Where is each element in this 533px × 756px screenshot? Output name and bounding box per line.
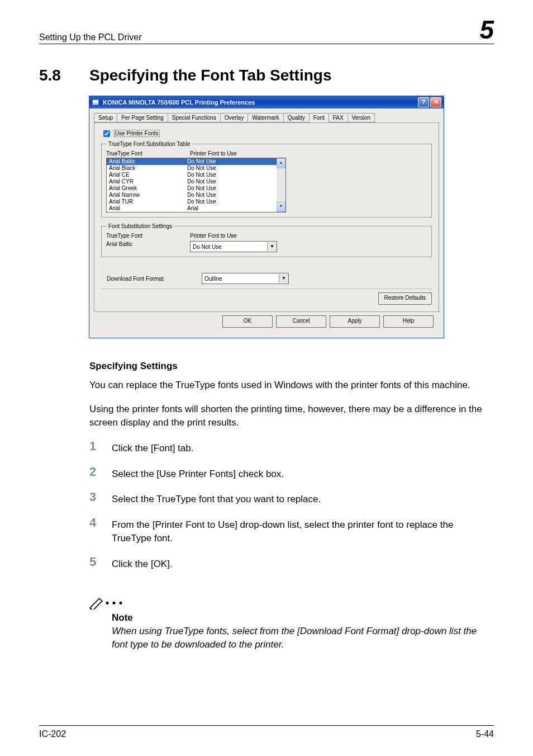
step-number: 3 [89,491,112,503]
download-font-format-value: Outline [204,276,222,282]
list-item[interactable]: Arial NarrowDo Not Use [107,192,277,199]
printer-font-to-use-value: Do Not Use [193,244,222,250]
titlebar-close-button[interactable]: ✕ [430,97,441,107]
list-item[interactable]: ArialArial [107,205,277,212]
titlebar-help-button[interactable]: ? [418,97,429,107]
list-item[interactable]: Arial CEDo Not Use [107,172,277,178]
tab-setup[interactable]: Setup [94,113,117,122]
restore-defaults-button[interactable]: Restore Defaults [378,292,432,305]
step-number: 2 [89,466,112,478]
step-number: 5 [89,556,112,568]
help-button[interactable]: Help [383,315,434,328]
col-header-printerfont: Printer Font to Use [190,150,237,157]
titlebar: KONICA MINOLTA 750/600 PCL Printing Pref… [89,96,444,108]
scroll-up-icon[interactable]: ▲ [277,158,285,168]
footer-left: IC-202 [39,729,66,739]
section-title: Specifying the Font Tab Settings [89,67,332,84]
step: 1 Click the [Font] tab. [89,440,494,456]
list-item[interactable]: Arial GreekDo Not Use [107,185,277,192]
tab-overlay[interactable]: Overlay [220,113,248,122]
section-number: 5.8 [39,67,89,84]
step-text: Select the [Use Printer Fonts] check box… [112,466,284,481]
use-printer-fonts-checkbox[interactable] [103,130,110,137]
step-text: Select the TrueType font that you want t… [112,491,321,507]
tab-font[interactable]: Font [309,113,329,122]
svg-rect-0 [93,100,99,103]
note-block: ... Note When using TrueType fonts, sele… [89,588,494,652]
tab-version[interactable]: Version [348,113,375,122]
scroll-down-icon[interactable]: ▼ [277,202,285,212]
subst-tt-label: TrueType Font [106,233,190,239]
list-item[interactable]: Arial CYRDo Not Use [107,178,277,185]
tab-per-page-setting[interactable]: Per Page Setting [117,113,168,122]
list-item[interactable]: Arial BlackDo Not Use [107,165,277,172]
app-icon [92,98,99,106]
printer-font-to-use-dropdown[interactable]: Do Not Use ▼ [190,241,277,252]
download-font-format-label: Download Font Format [107,276,202,282]
paragraph: Using the printer fonts will shorten the… [89,403,494,430]
tab-watermark[interactable]: Watermark [248,113,284,122]
note-text: When using TrueType fonts, select from t… [112,625,494,652]
ellipsis-icon: ... [105,588,125,608]
step-text: From the [Printer Font to Use] drop-down… [112,517,494,546]
steps-list: 1 Click the [Font] tab. 2 Select the [Us… [89,440,494,571]
tab-quality[interactable]: Quality [283,113,310,122]
svg-rect-1 [93,103,99,105]
ok-button[interactable]: OK [222,315,273,328]
subst-legend: Font Substitution Settings [106,223,174,229]
cancel-button[interactable]: Cancel [276,315,326,328]
step: 4 From the [Printer Font to Use] drop-do… [89,517,494,546]
dialog-title: KONICA MINOLTA 750/600 PCL Printing Pref… [103,99,255,106]
truetype-table-legend: TrueType Font Substitution Table [106,141,192,147]
note-label: Note [112,612,494,623]
subst-tt-value: Arial Baltic [106,241,190,252]
apply-button[interactable]: Apply [330,315,380,328]
tabs: Setup Per Page Setting Special Functions… [94,113,439,123]
col-header-truetype: TrueType Font [106,150,190,157]
breadcrumb: Setting Up the PCL Driver [39,32,141,42]
paragraph: You can replace the TrueType fonts used … [89,379,494,393]
truetype-substitution-table-group: TrueType Font Substitution Table TrueTyp… [101,141,432,218]
step-text: Click the [OK]. [112,556,173,571]
tab-fax[interactable]: FAX [329,113,348,122]
use-printer-fonts-label: Use Printer Fonts [114,130,160,137]
chevron-down-icon: ▼ [279,274,288,283]
footer-rule [39,725,494,726]
step-number: 4 [89,517,112,529]
step: 2 Select the [Use Printer Fonts] check b… [89,466,494,481]
list-scrollbar[interactable]: ▲ ▼ [277,158,285,212]
download-font-format-dropdown[interactable]: Outline ▼ [202,273,289,284]
printing-preferences-dialog: KONICA MINOLTA 750/600 PCL Printing Pref… [89,96,444,338]
subst-pf-label: Printer Font to Use [190,233,237,239]
tab-special-functions[interactable]: Special Functions [168,113,221,122]
step-number: 1 [89,440,112,452]
step: 5 Click the [OK]. [89,556,494,571]
font-substitution-list[interactable]: Arial BalticDo Not Use Arial BlackDo Not… [106,158,286,212]
header-rule [39,44,494,44]
step-text: Click the [Font] tab. [112,440,193,456]
step: 3 Select the TrueType font that you want… [89,491,494,507]
chevron-down-icon: ▼ [267,242,277,251]
list-item[interactable]: Arial BalticDo Not Use [107,158,277,165]
pencil-note-icon [89,597,104,609]
font-substitution-settings-group: Font Substitution Settings TrueType Font… [101,223,432,257]
footer-right: 5-44 [476,729,494,739]
chapter-number: 5 [479,17,494,42]
list-item[interactable]: Arial TURDo Not Use [107,199,277,205]
subheading: Specifying Settings [89,361,494,372]
